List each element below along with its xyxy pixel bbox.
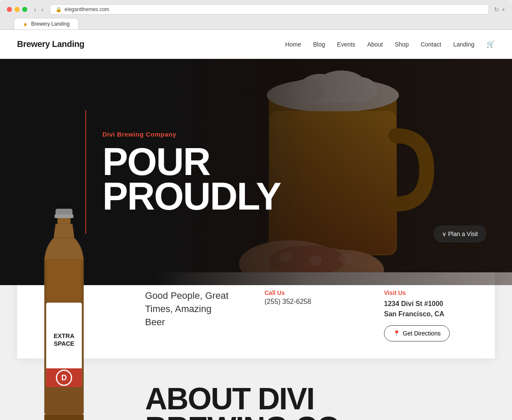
forward-button[interactable]: › (40, 5, 45, 14)
about-title-line1: ABOUT DIVI (145, 384, 495, 413)
tab-bar: 🍺 Brewery Landing (7, 18, 505, 29)
call-us-label: Call Us (265, 289, 350, 296)
info-address: Visit Us 1234 Divi St #1000 San Francisc… (384, 289, 469, 341)
svg-text:EXTRA: EXTRA (54, 332, 74, 339)
svg-rect-26 (44, 414, 84, 420)
maximize-button[interactable] (22, 7, 27, 12)
nav-landing[interactable]: Landing (453, 41, 474, 48)
traffic-lights (7, 7, 27, 12)
plan-visit-button[interactable]: ∨ Plan a Visit (433, 225, 486, 242)
new-tab-button[interactable]: + (502, 6, 505, 13)
phone-number: (255) 352-6258 (265, 298, 350, 306)
address-text: 1234 Divi St #1000 San Francisco, CA (384, 299, 469, 319)
hero-title-line1: POUR (102, 145, 281, 179)
svg-rect-18 (58, 218, 71, 224)
address-bar[interactable]: 🔒 elegantthemes.com (50, 4, 489, 15)
svg-rect-17 (55, 214, 73, 218)
lock-icon: 🔒 (55, 6, 62, 12)
nav-home[interactable]: Home (285, 41, 301, 48)
hero-title-line2: PROUDLY (102, 179, 281, 214)
nav-blog[interactable]: Blog (313, 41, 325, 48)
minimize-button[interactable] (15, 7, 20, 12)
bottle-illustration: EXTRA SPACE D (17, 204, 111, 420)
close-button[interactable] (7, 7, 12, 12)
active-tab[interactable]: 🍺 Brewery Landing (14, 18, 79, 29)
browser-chrome: ‹ › 🔒 elegantthemes.com ↻ + 🍺 Brewery La… (0, 0, 512, 30)
hero-content: Divi Brewing Company POUR PROUDLY (102, 131, 281, 214)
info-card-wrapper: Good People, Great Times, Amazing Beer C… (0, 272, 512, 420)
nav-events[interactable]: Events (337, 41, 355, 48)
address-line1: 1234 Divi St #1000 (384, 300, 443, 307)
nav-contact[interactable]: Contact (421, 41, 441, 48)
info-area: Good People, Great Times, Amazing Beer C… (0, 272, 512, 359)
browser-nav: ‹ › (32, 5, 45, 14)
info-contact: Call Us (255) 352-6258 (265, 289, 350, 306)
hero-title: POUR PROUDLY (102, 145, 281, 214)
svg-text:SPACE: SPACE (54, 340, 74, 347)
address-line2: San Francisco, CA (384, 310, 444, 318)
svg-rect-28 (47, 260, 81, 301)
back-button[interactable]: ‹ (32, 5, 38, 14)
url-text: elegantthemes.com (64, 6, 109, 12)
visit-us-label: Visit Us (384, 289, 469, 296)
tab-title: Brewery Landing (31, 21, 70, 27)
bottle-area: EXTRA SPACE D (17, 204, 111, 420)
reload-button[interactable]: ↻ (494, 6, 499, 13)
get-directions-button[interactable]: 📍 Get Directions (384, 325, 450, 341)
browser-actions: ↻ + (494, 6, 505, 13)
tab-favicon: 🍺 (23, 22, 28, 26)
site-logo[interactable]: Brewery Landing (17, 39, 84, 49)
about-title: ABOUT DIVI BREWING CO. (145, 384, 495, 420)
svg-text:D: D (61, 373, 67, 382)
site-nav: Home Blog Events About Shop Contact Land… (285, 40, 495, 48)
cart-icon[interactable]: 🛒 (486, 40, 495, 48)
nav-about[interactable]: About (367, 41, 383, 48)
hero-subtitle: Divi Brewing Company (102, 131, 281, 138)
nav-shop[interactable]: Shop (395, 41, 409, 48)
about-title-line2: BREWING CO. (145, 413, 495, 420)
site-navbar: Brewery Landing Home Blog Events About S… (0, 30, 512, 59)
pin-icon: 📍 (393, 330, 400, 337)
info-tagline: Good People, Great Times, Amazing Beer (145, 289, 230, 329)
